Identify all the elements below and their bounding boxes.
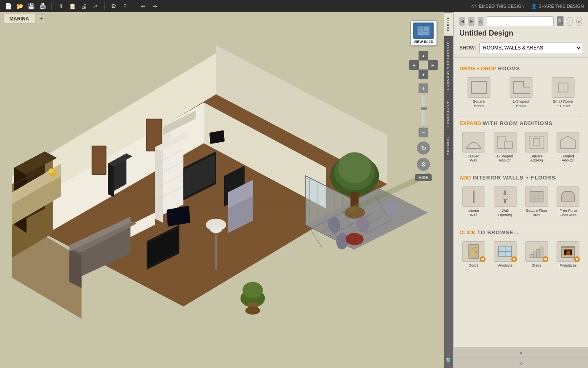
item-small-room[interactable]: Small Roomor Closet bbox=[543, 76, 582, 110]
share-button[interactable]: 👤 SHARE THIS DESIGN bbox=[531, 4, 584, 9]
svg-point-131 bbox=[576, 258, 578, 260]
open-icon[interactable]: 📂 bbox=[16, 2, 24, 10]
svg-rect-123 bbox=[530, 254, 533, 258]
search-icon[interactable]: 🔍 bbox=[445, 357, 452, 364]
nav-right-button[interactable]: ► bbox=[428, 60, 438, 70]
panel-info-button[interactable]: i bbox=[567, 17, 573, 26]
redo-icon[interactable]: ↪ bbox=[151, 2, 159, 10]
panel-search-button[interactable]: 🔍 bbox=[557, 16, 564, 26]
item-windows[interactable]: Windows bbox=[491, 240, 519, 269]
svg-rect-94 bbox=[418, 31, 429, 35]
item-curved-wall[interactable]: CurvedWall bbox=[459, 130, 488, 165]
square-floor-label: Square FloorArea bbox=[526, 209, 547, 218]
save-icon[interactable]: 💾 bbox=[27, 2, 35, 10]
fireplaces-icon bbox=[557, 241, 579, 262]
angled-addon-icon bbox=[557, 132, 579, 153]
small-room-label: Small Roomor Closet bbox=[553, 99, 573, 108]
svg-rect-93 bbox=[424, 27, 429, 31]
panel-title: Untitled Design bbox=[454, 29, 588, 41]
nav-left-button[interactable]: ◄ bbox=[409, 60, 419, 70]
nav-up-button[interactable]: ▲ bbox=[419, 51, 428, 61]
svg-rect-110 bbox=[530, 191, 543, 202]
print-icon[interactable]: 🖨️ bbox=[38, 2, 47, 10]
expand-grid: CurvedWall L-ShapedAdd-On bbox=[459, 130, 582, 165]
export-icon[interactable]: ↗ bbox=[91, 2, 99, 10]
item-freeform-floor[interactable]: Free-FormFloor Area bbox=[554, 185, 582, 219]
svg-point-117 bbox=[475, 251, 477, 253]
panel-back-button[interactable]: ◄ bbox=[459, 17, 465, 26]
l-shaped-addon-label: L-ShapedAdd-On bbox=[497, 154, 513, 163]
item-l-shaped-addon[interactable]: L-ShapedAdd-On bbox=[491, 130, 519, 165]
svg-rect-102 bbox=[504, 142, 512, 148]
square-addon-label: SquareAdd-On bbox=[530, 154, 543, 163]
item-fireplaces[interactable]: Fireplaces bbox=[554, 240, 582, 269]
svg-marker-66 bbox=[69, 249, 82, 288]
item-l-shaped-room[interactable]: L-ShapedRoom bbox=[501, 76, 540, 110]
zoom-in-button[interactable]: + bbox=[419, 83, 428, 93]
new-icon[interactable]: 📄 bbox=[4, 2, 12, 10]
panel-content: DRAG + DROP ROOMS SquareRoom bbox=[454, 58, 588, 347]
svg-point-45 bbox=[53, 170, 57, 174]
panel-header: ◄ ► ⌂ 🔍 i « bbox=[454, 12, 588, 29]
show-select[interactable]: ROOMS, WALLS & AREAS FURNITURE ALL bbox=[479, 43, 582, 53]
settings-icon[interactable]: ⚙ bbox=[109, 2, 118, 10]
panel-forward-button[interactable]: ► bbox=[468, 17, 474, 26]
svg-point-118 bbox=[481, 258, 484, 260]
tab-brands[interactable]: BRANDS bbox=[444, 132, 453, 160]
panel-search-input[interactable] bbox=[487, 16, 554, 26]
rotate-button[interactable]: ↻ bbox=[417, 141, 430, 155]
svg-point-74 bbox=[338, 152, 371, 183]
l-shaped-addon-icon bbox=[494, 132, 517, 153]
svg-point-81 bbox=[345, 233, 363, 245]
panel-home-button[interactable]: ⌂ bbox=[478, 17, 483, 26]
help-icon[interactable]: ? bbox=[121, 2, 129, 10]
panel-collapse-button[interactable]: « bbox=[576, 17, 582, 26]
browse-grid: Doors Windows bbox=[459, 240, 582, 269]
collapse-up-button[interactable]: « bbox=[454, 347, 588, 357]
zoom-out-button[interactable]: − bbox=[419, 128, 428, 137]
undo-icon[interactable]: ↩ bbox=[139, 2, 147, 10]
tab-marina[interactable]: MARINA bbox=[3, 14, 35, 24]
svg-rect-97 bbox=[472, 81, 486, 94]
freeform-floor-icon bbox=[557, 186, 579, 207]
svg-rect-124 bbox=[533, 252, 537, 258]
interior-grid: InteriorWall WallOpening bbox=[459, 185, 582, 219]
settings-button[interactable]: ⚙ bbox=[417, 158, 430, 171]
item-stairs[interactable]: Stairs bbox=[523, 240, 551, 269]
item-wall-opening[interactable]: WallOpening bbox=[491, 185, 519, 219]
l-shaped-room-icon bbox=[510, 77, 532, 98]
svg-rect-99 bbox=[558, 83, 568, 92]
svg-marker-115 bbox=[561, 191, 575, 201]
svg-rect-116 bbox=[469, 245, 479, 258]
pages-icon[interactable]: 📋 bbox=[68, 2, 76, 10]
drag-drop-grid: SquareRoom L-ShapedRoom Small Roomor bbox=[459, 76, 582, 110]
embed-button[interactable]: </> EMBED THIS DESIGN bbox=[471, 4, 525, 9]
zoom-track bbox=[422, 94, 425, 127]
toolbar: 📄 📂 💾 🖨️ ℹ 📋 🖨 ↗ ⚙ ? ↩ ↪ </> EMBED THIS … bbox=[0, 0, 588, 12]
info-icon[interactable]: ℹ bbox=[57, 2, 65, 10]
item-square-room[interactable]: SquareRoom bbox=[459, 76, 498, 110]
item-interior-wall[interactable]: InteriorWall bbox=[459, 185, 488, 219]
fireplaces-label: Fireplaces bbox=[560, 263, 577, 268]
tab-landscape[interactable]: LANDSCAPE bbox=[444, 95, 453, 132]
item-angled-addon[interactable]: AngledAdd-On bbox=[554, 130, 582, 165]
tab-furnish-decorate[interactable]: FURNISH & DECORATE bbox=[444, 36, 453, 95]
collapse-down-button[interactable]: » bbox=[454, 357, 588, 368]
hide-button[interactable]: HIDE bbox=[415, 174, 432, 181]
show-row: SHOW: ROOMS, WALLS & AREAS FURNITURE ALL bbox=[454, 41, 588, 58]
view-2d-icon bbox=[413, 22, 434, 39]
zoom-thumb[interactable] bbox=[421, 107, 427, 110]
svg-point-122 bbox=[513, 258, 515, 260]
curved-wall-label: CurvedWall bbox=[468, 154, 479, 163]
view-2d-button[interactable]: VIEW IN 2D bbox=[410, 20, 437, 46]
main-canvas bbox=[0, 12, 444, 368]
item-doors[interactable]: Doors bbox=[459, 240, 488, 269]
item-square-addon[interactable]: SquareAdd-On bbox=[523, 130, 551, 165]
print2-icon[interactable]: 🖨 bbox=[80, 2, 88, 10]
navigation-diamond: ▲ ◄ ► ▼ bbox=[409, 51, 438, 79]
tab-build[interactable]: BUILD bbox=[444, 12, 453, 36]
view-controls: VIEW IN 2D ▲ ◄ ► ▼ + − ↻ ⚙ HIDE bbox=[409, 20, 438, 181]
tab-add-button[interactable]: + bbox=[37, 14, 46, 23]
nav-down-button[interactable]: ▼ bbox=[419, 70, 428, 79]
item-square-floor[interactable]: Square FloorArea bbox=[523, 185, 551, 219]
